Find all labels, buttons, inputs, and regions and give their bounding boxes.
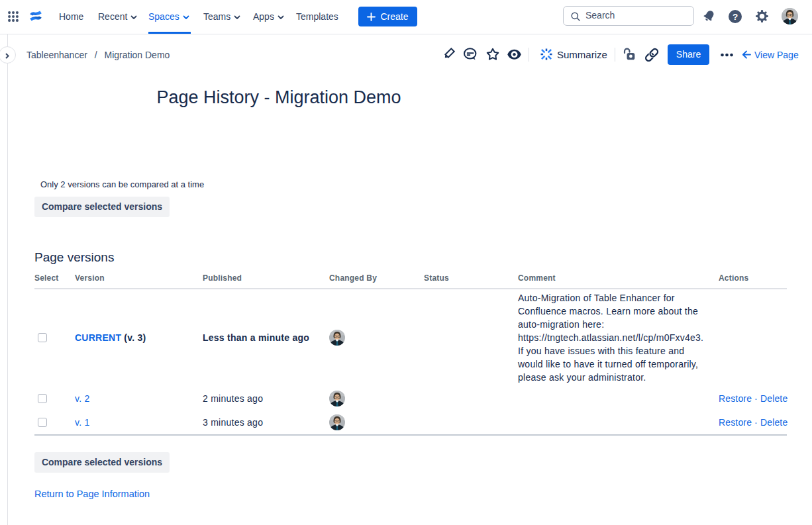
svg-text:?: ? bbox=[733, 12, 738, 22]
